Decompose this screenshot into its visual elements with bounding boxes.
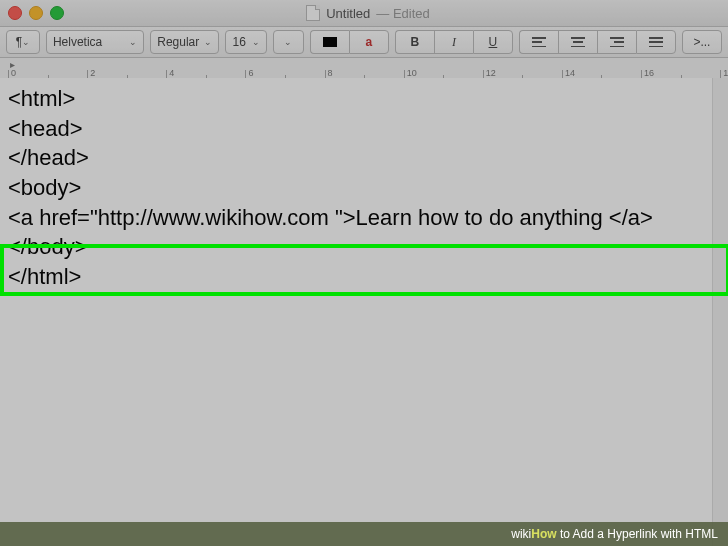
ruler-label: 10 xyxy=(407,68,417,78)
caption-brand-pre: wiki xyxy=(511,527,531,541)
code-line: <head> xyxy=(8,114,720,144)
maximize-icon[interactable] xyxy=(50,6,64,20)
code-line: </body> xyxy=(8,232,720,262)
format-toolbar: ¶ ⌄ Helvetica ⌄ Regular ⌄ 16 ⌄ ⌄ a B I U xyxy=(0,27,728,58)
chevron-down-icon: ⌄ xyxy=(22,37,30,47)
text-color-button[interactable]: a xyxy=(349,30,389,54)
font-family-value: Helvetica xyxy=(53,35,102,49)
chevron-down-icon: ⌄ xyxy=(252,37,260,47)
align-justify-icon xyxy=(649,37,663,47)
code-line: </head> xyxy=(8,143,720,173)
minimize-icon[interactable] xyxy=(29,6,43,20)
paragraph-style-button[interactable]: ¶ ⌄ xyxy=(6,30,40,54)
ruler-label: 4 xyxy=(169,68,174,78)
chevron-down-icon: ⌄ xyxy=(284,37,292,47)
caption-brand-post: How xyxy=(531,527,556,541)
italic-button[interactable]: I xyxy=(434,30,473,54)
caption-text: to Add a Hyperlink with HTML xyxy=(557,527,718,541)
ruler-label: 12 xyxy=(486,68,496,78)
vertical-scrollbar[interactable] xyxy=(712,78,728,546)
document-icon xyxy=(306,5,320,21)
font-size-select[interactable]: 16 ⌄ xyxy=(225,30,267,54)
align-left-icon xyxy=(532,37,546,47)
toolbar-overflow-button[interactable]: >... xyxy=(682,30,722,54)
color-swatch-icon xyxy=(323,37,337,47)
align-left-button[interactable] xyxy=(519,30,558,54)
code-line: <body> xyxy=(8,173,720,203)
ruler-label: 18 xyxy=(723,68,728,78)
code-line: <a href="http://www.wikihow.com ">Learn … xyxy=(8,203,720,233)
ruler-label: 14 xyxy=(565,68,575,78)
style-group: B I U xyxy=(395,30,513,54)
align-center-icon xyxy=(571,37,585,47)
color-group: a xyxy=(310,30,389,54)
titlebar: Untitled — Edited xyxy=(0,0,728,27)
bold-button[interactable]: B xyxy=(395,30,434,54)
chevron-down-icon: ⌄ xyxy=(204,37,212,47)
ruler-label: 2 xyxy=(90,68,95,78)
close-icon[interactable] xyxy=(8,6,22,20)
bold-label: B xyxy=(411,35,420,49)
overflow-label: >... xyxy=(693,35,710,49)
font-size-value: 16 xyxy=(232,35,245,49)
caption-bar: wikiHow to Add a Hyperlink with HTML xyxy=(0,522,728,546)
fill-color-button[interactable] xyxy=(310,30,349,54)
ruler-label: 0 xyxy=(11,68,16,78)
align-right-icon xyxy=(610,37,624,47)
editor-content[interactable]: <html> <head> </head> <body> <a href="ht… xyxy=(0,78,728,546)
italic-label: I xyxy=(452,35,456,50)
font-size-stepper[interactable]: ⌄ xyxy=(273,30,304,54)
align-group xyxy=(519,30,676,54)
ruler-label: 16 xyxy=(644,68,654,78)
align-right-button[interactable] xyxy=(597,30,636,54)
ruler-label: 6 xyxy=(248,68,253,78)
chevron-down-icon: ⌄ xyxy=(129,37,137,47)
align-center-button[interactable] xyxy=(558,30,597,54)
ruler-label: 8 xyxy=(328,68,333,78)
text-color-label: a xyxy=(366,35,373,49)
document-status: — Edited xyxy=(376,6,429,21)
underline-label: U xyxy=(489,35,498,49)
underline-button[interactable]: U xyxy=(473,30,513,54)
font-weight-select[interactable]: Regular ⌄ xyxy=(150,30,219,54)
code-line: <html> xyxy=(8,84,720,114)
font-family-select[interactable]: Helvetica ⌄ xyxy=(46,30,144,54)
font-weight-value: Regular xyxy=(157,35,199,49)
align-justify-button[interactable] xyxy=(636,30,676,54)
code-line: </html> xyxy=(8,262,720,292)
window-controls xyxy=(8,6,64,20)
document-title: Untitled xyxy=(326,6,370,21)
